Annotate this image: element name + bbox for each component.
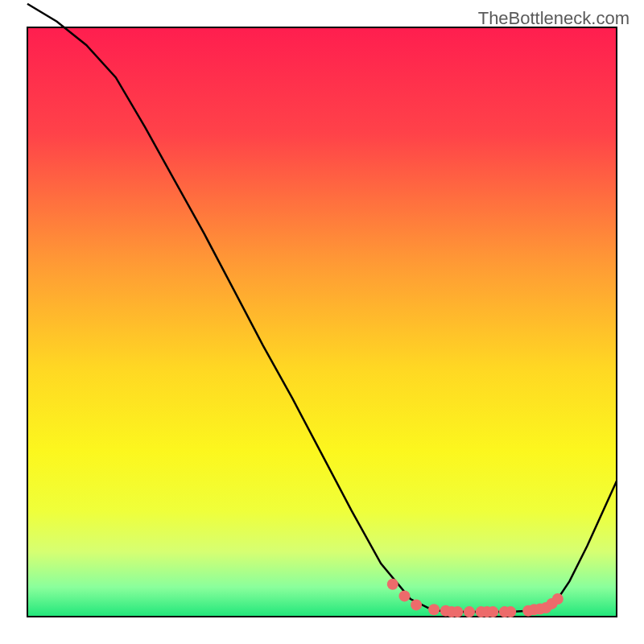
data-dot <box>505 606 516 617</box>
data-dot <box>552 593 564 605</box>
plot-area <box>27 27 617 617</box>
chart-svg <box>0 0 644 644</box>
data-dot <box>487 606 498 617</box>
data-dot <box>452 606 463 617</box>
data-dot <box>411 599 422 610</box>
data-dot <box>399 590 411 601</box>
data-dot <box>464 606 475 617</box>
data-dot <box>387 579 398 590</box>
data-dot <box>428 604 440 615</box>
bottleneck-chart: TheBottleneck.com <box>0 0 644 644</box>
